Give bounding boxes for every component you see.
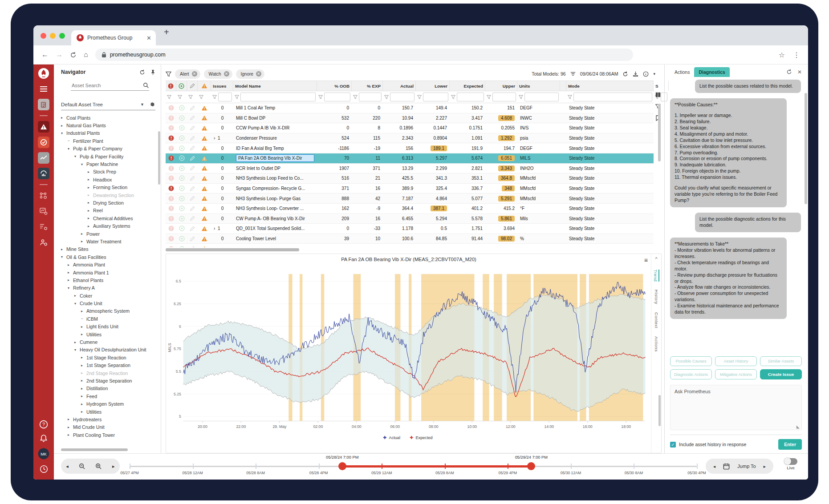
tree-item-ammonia-plant-1[interactable]: ▸Ammonia Plant 1	[61, 269, 160, 276]
column-header-units[interactable]: Units	[517, 81, 560, 91]
create-issue-button[interactable]: Create Issue	[760, 369, 802, 379]
column-header-upper[interactable]: Upper	[485, 81, 517, 91]
row-model-name[interactable]: Mill 1 Coal Air Temp	[233, 103, 317, 113]
tree-item-mid-crude-unit[interactable]: ▸Mid Crude Unit	[61, 423, 160, 431]
row-watch-icon[interactable]	[176, 224, 187, 234]
row-alert-icon[interactable]	[166, 204, 176, 214]
row-issues[interactable]: 0	[211, 103, 233, 113]
filter-cell[interactable]	[416, 91, 450, 103]
alerts-icon[interactable]	[38, 121, 49, 133]
pan-right-icon[interactable]: ▸	[112, 464, 115, 469]
tree-item-ethanol-plants[interactable]: ▸Ethanol Plants	[61, 276, 160, 284]
maximize-window-button[interactable]	[59, 33, 65, 39]
table-row[interactable]	[166, 244, 654, 247]
row-warning-icon[interactable]	[198, 214, 211, 224]
row-watch-icon[interactable]	[176, 103, 187, 113]
list-config-icon[interactable]	[38, 221, 49, 233]
chevron-right-icon[interactable]: ▸	[68, 278, 73, 282]
chevron-right-icon[interactable]: ▸	[74, 294, 80, 298]
close-window-button[interactable]	[41, 33, 46, 39]
tree-item-auxiliary-systems[interactable]: ▸Auxiliary Systems	[61, 222, 160, 230]
tree-item-2nd-stage-reaction[interactable]: ▸2nd Stage Reaction	[61, 369, 160, 377]
tab-close-icon[interactable]: ✕	[146, 35, 151, 41]
chevron-right-icon[interactable]: ▸	[81, 355, 86, 359]
chevron-down-icon[interactable]: ▾	[68, 147, 73, 151]
row-alert-icon[interactable]	[166, 103, 176, 113]
sort-filter-icon[interactable]	[570, 71, 576, 77]
tree-item-utilities[interactable]: ▸Utilities	[61, 331, 160, 338]
table-row[interactable]: 0Syngas Compression- Recycle G...3711638…	[166, 184, 654, 194]
filter-chip-ignore[interactable]: Ignore✕	[236, 69, 264, 79]
tree-item-dewatering-section[interactable]: ▸Dewatering Section	[61, 191, 160, 199]
asset-tree-selector[interactable]: Default Asset Tree ▼	[61, 101, 155, 110]
row-model-name[interactable]	[233, 244, 317, 247]
similar-assets-button[interactable]: Similar Assets	[760, 356, 802, 366]
trend-chart[interactable]: 6.56.2565.755.55.255MILS20:0022:0029. Ma…	[166, 262, 651, 453]
table-row[interactable]: 0CW Pump A- OB Bearing Vib X-Dir209166.4…	[166, 214, 654, 224]
chevron-right-icon[interactable]: ▸	[61, 116, 66, 120]
row-edit-icon[interactable]	[187, 214, 198, 224]
column-filter-input[interactable]	[218, 93, 232, 101]
chevron-right-icon[interactable]: ▸	[88, 185, 93, 190]
user-config-icon[interactable]	[38, 237, 49, 248]
tree-item-pulp-paper-company[interactable]: ▾Pulp & Paper Company	[61, 145, 160, 153]
row-alert-icon[interactable]	[166, 224, 176, 234]
filter-cell[interactable]	[450, 91, 485, 103]
chart-config-icon[interactable]	[38, 206, 49, 217]
chevron-right-icon[interactable]: ▸	[81, 232, 86, 236]
bookmark-star-icon[interactable]: ☆	[779, 51, 785, 59]
column-header--oob[interactable]: % OOB	[317, 81, 352, 91]
table-row[interactable]: 0CCW Pump A IB Vib X-DIR080.18960.14470.…	[166, 123, 654, 133]
row-alert-icon[interactable]	[166, 244, 176, 247]
tree-item-heavy-oil-desulphurization-unit[interactable]: ▾Heavy Oil Desulphurization Unit	[61, 346, 160, 354]
row-alert-icon[interactable]	[166, 214, 176, 224]
column-header-lower[interactable]: Lower	[416, 81, 450, 91]
chart-tab-context[interactable]: Context	[654, 312, 659, 328]
row-edit-icon[interactable]	[187, 194, 198, 203]
table-hscrollbar[interactable]	[166, 248, 654, 252]
refresh-icon[interactable]	[70, 52, 77, 58]
tree-item-headbox[interactable]: ▸Headbox	[61, 176, 160, 183]
row-alert-icon[interactable]	[166, 143, 176, 153]
row-issues[interactable]: 0	[211, 184, 233, 194]
chevron-right-icon[interactable]: ▸	[68, 433, 73, 437]
funnel-icon[interactable]	[235, 95, 239, 99]
tree-item-cumene[interactable]: ▸Cumene	[61, 338, 160, 346]
filter-cell[interactable]	[485, 91, 517, 103]
tree-item-1st-stage-reaction[interactable]: ▸1st Stage Reaction	[61, 354, 160, 361]
chevron-right-icon[interactable]: ▸	[88, 177, 93, 181]
row-alert-icon[interactable]	[166, 133, 176, 143]
table-row[interactable]: › 1QD_001X Total Suspended Solid...0-331…	[166, 224, 654, 234]
assistant-scrollbar[interactable]	[805, 93, 807, 204]
tree-item-water-treatment[interactable]: ▸Water Treatment	[61, 238, 160, 245]
column-chooser-icon[interactable]	[655, 92, 661, 97]
chevron-right-icon[interactable]: ▸	[88, 193, 93, 197]
jump-to-label[interactable]: Jump To	[737, 464, 756, 469]
avatar[interactable]: MK	[38, 448, 49, 460]
tree-item-mine-sites[interactable]: ▸Mine Sites	[61, 246, 160, 253]
column-filter-input[interactable]	[492, 93, 516, 101]
filter-cell[interactable]	[352, 91, 383, 103]
chevron-right-icon[interactable]: ▸	[81, 309, 86, 313]
jump-forward-icon[interactable]: ▸	[764, 464, 766, 469]
asset-search-field[interactable]	[71, 82, 149, 91]
row-watch-icon[interactable]	[176, 173, 187, 183]
filter-cell[interactable]	[566, 91, 654, 103]
row-warning-icon[interactable]	[198, 244, 211, 247]
row-watch-icon[interactable]	[176, 234, 187, 244]
row-alert-icon[interactable]	[166, 113, 176, 123]
row-issues[interactable]: 0	[211, 143, 233, 153]
column-filter-input[interactable]	[524, 93, 559, 101]
chevron-right-icon[interactable]: ▸	[88, 224, 93, 228]
row-model-name[interactable]: QD_001X Total Suspended Solid...	[233, 224, 317, 234]
warning-column-icon[interactable]	[198, 81, 211, 91]
row-watch-icon[interactable]	[176, 153, 187, 163]
funnel-icon[interactable]	[487, 95, 491, 99]
tree-item-1st-stage-separation[interactable]: ▸1st Stage Separation	[61, 362, 160, 369]
row-warning-icon[interactable]	[198, 103, 211, 113]
help-icon[interactable]: ?	[39, 420, 48, 429]
row-warning-icon[interactable]	[198, 204, 211, 214]
assistant-close-icon[interactable]: ✕	[797, 69, 802, 75]
edit-column-icon[interactable]	[187, 81, 198, 91]
live-toggle[interactable]	[784, 458, 797, 465]
